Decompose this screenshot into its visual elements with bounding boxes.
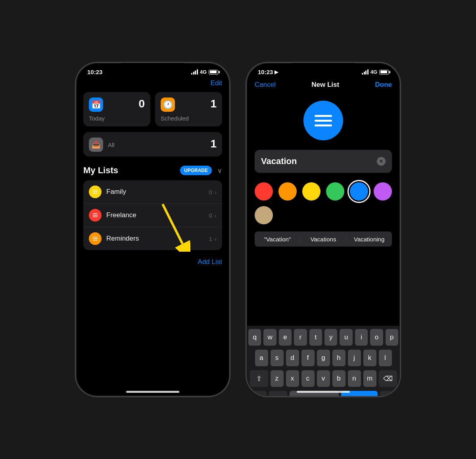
smart-lists: 📅 0 Today 🕐 1 Scheduled (83, 92, 222, 126)
list-avatar[interactable] (303, 101, 343, 140)
phone1-content: Edit 📅 0 Today 🕐 1 Scheduled 📥 1 All (76, 78, 229, 274)
reminders-icon (89, 232, 102, 245)
chevron-right-icon: › (215, 235, 217, 242)
key-f[interactable]: f (301, 350, 315, 366)
status-icons-2: 4G (362, 69, 389, 75)
color-red[interactable] (255, 182, 273, 201)
key-q[interactable]: q (248, 329, 261, 346)
color-yellow[interactable] (302, 182, 321, 201)
my-lists-header: My Lists UPGRADE ∨ (83, 165, 222, 176)
done-button[interactable]: Done (375, 81, 392, 89)
all-icon: 📥 (89, 138, 103, 152)
key-r[interactable]: r (294, 329, 307, 346)
key-g[interactable]: g (317, 350, 330, 366)
svg-rect-4 (315, 124, 332, 126)
arrow-indicator (159, 200, 190, 253)
svg-line-1 (163, 204, 182, 244)
freelance-name: Freelance (106, 211, 209, 219)
num-key[interactable]: 123 (269, 391, 287, 397)
mic-key[interactable]: 🎙 (380, 391, 398, 397)
time-2: 10:23 ▶ (258, 69, 278, 75)
home-indicator (126, 391, 179, 393)
key-row-1: q w e r t y u i o p (248, 329, 398, 346)
key-w[interactable]: w (263, 329, 276, 346)
today-icon: 📅 (89, 98, 103, 112)
key-i[interactable]: i (355, 329, 368, 346)
key-a[interactable]: a (255, 350, 268, 366)
clear-button[interactable]: ✕ (377, 157, 386, 166)
new-list-body: Vacation ✕ "Vacation" Vacations Vacation… (247, 93, 400, 326)
key-row-3: ⇧ z x c v b n m ⌫ (248, 370, 398, 387)
list-item[interactable]: Reminders 1 › (83, 227, 222, 250)
key-o[interactable]: o (370, 329, 383, 346)
color-tan[interactable] (255, 206, 273, 224)
add-list-area: Add List (83, 250, 222, 274)
phone-2: 10:23 ▶ 4G Cancel New List Done (246, 62, 401, 397)
all-card[interactable]: 📥 1 All (83, 132, 222, 157)
key-v[interactable]: v (317, 370, 330, 387)
location-icon: ▶ (274, 69, 278, 75)
status-icons-1: 4G (191, 69, 218, 75)
autocomplete-bar: "Vacation" Vacations Vacationing (255, 231, 392, 247)
key-e[interactable]: e (279, 329, 292, 346)
network-label-2: 4G (370, 69, 377, 75)
shift-key[interactable]: ⇧ (250, 370, 268, 387)
nav-title: New List (311, 81, 339, 89)
key-b[interactable]: b (332, 370, 345, 387)
svg-rect-3 (315, 120, 332, 122)
delete-key[interactable]: ⌫ (379, 370, 397, 387)
key-x[interactable]: x (286, 370, 299, 387)
color-purple[interactable] (374, 182, 392, 201)
list-item[interactable]: Freelance 0 › (83, 204, 222, 227)
chevron-right-icon: › (215, 189, 217, 195)
color-green[interactable] (326, 182, 344, 201)
key-y[interactable]: y (324, 329, 337, 346)
key-t[interactable]: t (309, 329, 322, 346)
upgrade-button[interactable]: UPGRADE (180, 166, 212, 175)
phone-1: 10:23 4G Edit 📅 0 Today (75, 62, 230, 397)
emoji-key[interactable]: 😊 (248, 391, 267, 397)
key-z[interactable]: z (271, 370, 284, 387)
key-n[interactable]: n (348, 370, 361, 387)
today-count: 0 (138, 98, 145, 110)
key-h[interactable]: h (332, 350, 345, 366)
key-row-2: a s d f g h j k l (248, 350, 398, 366)
key-m[interactable]: m (363, 370, 376, 387)
keyboard: q w e r t y u i o p a s d f g h j k (247, 326, 400, 397)
key-u[interactable]: u (340, 329, 352, 346)
scheduled-label: Scheduled (161, 115, 217, 122)
autocomplete-item-2[interactable]: Vacations (301, 236, 347, 243)
all-count: 1 (210, 138, 217, 150)
key-k[interactable]: k (363, 350, 376, 366)
color-picker (255, 182, 392, 224)
status-bar-1: 10:23 4G (76, 63, 229, 78)
color-orange[interactable] (278, 182, 297, 201)
key-d[interactable]: d (286, 350, 299, 366)
family-count: 0 › (209, 189, 217, 195)
autocomplete-item-3[interactable]: Vacationing (346, 236, 392, 243)
battery-icon (209, 70, 218, 75)
key-j[interactable]: j (348, 350, 361, 366)
family-name: Family (106, 188, 209, 196)
key-c[interactable]: c (301, 370, 315, 387)
key-p[interactable]: p (386, 329, 398, 346)
all-label: All (108, 142, 115, 148)
edit-button[interactable]: Edit (211, 79, 222, 87)
cancel-button[interactable]: Cancel (255, 81, 276, 89)
reminders-count: 1 › (209, 235, 217, 242)
today-card[interactable]: 📅 0 Today (83, 92, 150, 126)
list-item[interactable]: Family 0 › (83, 180, 222, 204)
key-s[interactable]: s (271, 350, 284, 366)
list-name-field[interactable]: Vacation ✕ (255, 150, 392, 173)
color-blue[interactable] (350, 182, 368, 201)
key-l[interactable]: l (379, 350, 392, 366)
svg-rect-2 (315, 115, 332, 117)
freelance-count: 0 › (209, 212, 217, 219)
autocomplete-item-1[interactable]: "Vacation" (255, 236, 301, 243)
network-label: 4G (200, 69, 207, 75)
family-icon (89, 186, 102, 198)
scheduled-card[interactable]: 🕐 1 Scheduled (155, 92, 222, 126)
phone2-main: Cancel New List Done Vacation ✕ (247, 78, 400, 397)
edit-button-area: Edit (83, 78, 222, 92)
add-list-button[interactable]: Add List (198, 258, 222, 266)
